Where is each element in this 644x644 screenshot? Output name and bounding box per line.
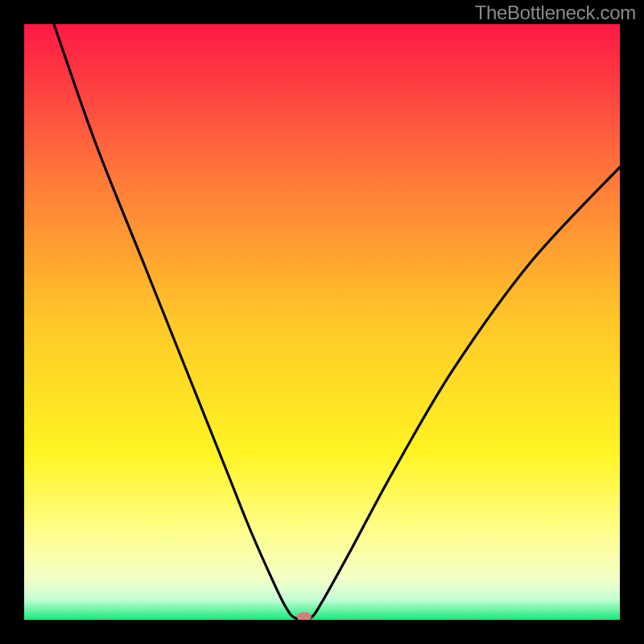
chart-frame: TheBottleneck.com [0, 0, 644, 644]
chart-svg [24, 24, 620, 620]
watermark-label: TheBottleneck.com [475, 2, 636, 24]
plot-area [24, 24, 620, 620]
gradient-background [24, 24, 620, 620]
